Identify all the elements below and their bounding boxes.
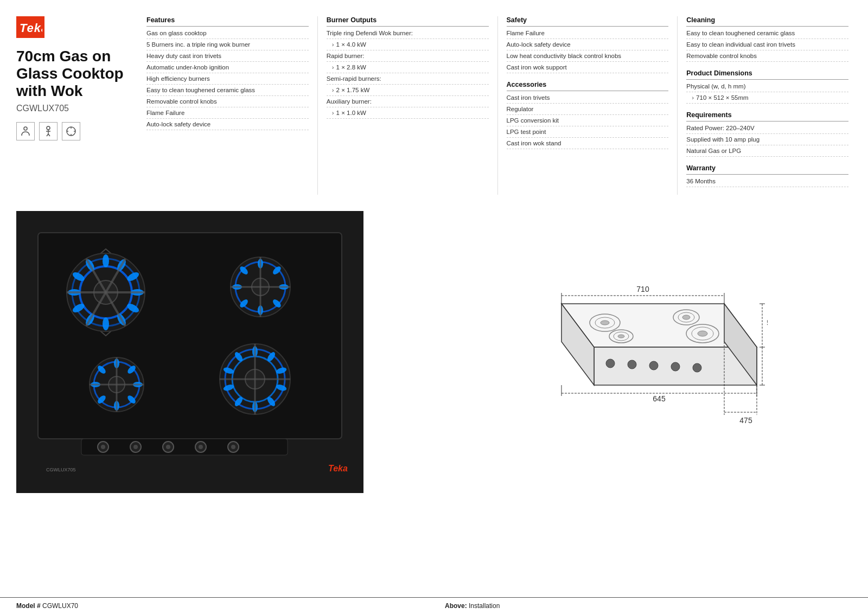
accessory-row: LPG test point <box>507 126 669 138</box>
burner-sub-row: › 1 × 2.8 kW <box>327 62 489 73</box>
dimensions-section: Product Dimensions Physical (w, d, h mm)… <box>686 69 848 104</box>
svg-point-80 <box>133 445 138 449</box>
svg-point-18 <box>103 254 109 267</box>
svg-text:512: 512 <box>767 318 768 327</box>
dimension-diagram: 710 512 55 645 <box>363 211 857 592</box>
svg-point-84 <box>199 445 203 449</box>
top-section: Teka 70cm Gas on Glass Cooktop with Wok … <box>0 0 868 206</box>
dimension-row: Physical (w, d, h mm) <box>686 81 848 92</box>
accessory-row: Cast iron trivets <box>507 92 669 104</box>
svg-text:710: 710 <box>636 285 649 293</box>
burner-outputs-section: Burner Outputs Triple ring Defendi Wok b… <box>327 16 489 119</box>
cleaning-title: Cleaning <box>686 16 848 27</box>
burner-row: Triple ring Defendi Wok burner: <box>327 28 489 39</box>
footer-caption: Above: Installation <box>423 602 852 610</box>
cleaning-row: Easy to clean individual cast iron trive… <box>686 39 848 50</box>
safety-section: Safety Flame Failure Auto-lock safety de… <box>507 16 669 73</box>
svg-text:CGWLUX705: CGWLUX705 <box>46 467 76 472</box>
left-panel: Teka 70cm Gas on Glass Cooktop with Wok … <box>16 16 146 195</box>
chef-icon <box>39 122 58 140</box>
energy-icon <box>62 122 80 140</box>
accessory-row: LPG conversion kit <box>507 115 669 126</box>
svg-point-105 <box>606 359 615 368</box>
burner-sub-row: › 1 × 4.0 kW <box>327 39 489 50</box>
accessory-row: Cast iron wok stand <box>507 138 669 149</box>
svg-text:475: 475 <box>739 416 752 425</box>
burner-sub-row: › 1 × 1.0 kW <box>327 107 489 119</box>
feature-row: Flame Failure <box>146 107 309 119</box>
features-title: Features <box>146 16 309 27</box>
burner-row: Rapid burner: <box>327 50 489 62</box>
svg-text:645: 645 <box>653 394 666 403</box>
svg-text:Teka: Teka <box>328 464 348 473</box>
svg-point-95 <box>601 321 609 325</box>
cleaning-row: Removable control knobs <box>686 50 848 62</box>
burner-row: Auxiliary burner: <box>327 96 489 107</box>
requirements-section: Requirements Rated Power: 220–240V Suppl… <box>686 111 848 157</box>
feature-row: Auto-lock safety device <box>146 119 309 130</box>
logo-text: Teka <box>18 19 42 36</box>
safety-column: Safety Flame Failure Auto-lock safety de… <box>497 16 678 195</box>
feature-row: Gas on glass cooktop <box>146 28 309 39</box>
svg-point-86 <box>231 445 235 449</box>
svg-point-2 <box>47 126 50 130</box>
requirements-title: Requirements <box>686 111 848 121</box>
caption-label: Above: <box>445 602 467 610</box>
icon-row <box>16 122 136 140</box>
product-photo: Teka CGWLUX705 <box>16 211 363 493</box>
svg-line-6 <box>48 134 50 136</box>
feature-row: Removable control knobs <box>146 96 309 107</box>
safety-row: Flame Failure <box>507 28 669 39</box>
burner-outputs-column: Burner Outputs Triple ring Defendi Wok b… <box>317 16 497 195</box>
svg-point-107 <box>649 361 658 370</box>
svg-point-109 <box>693 363 701 372</box>
accessories-title: Accessories <box>507 81 669 91</box>
footer-model: Model # CGWLUX70 <box>16 602 423 610</box>
svg-point-82 <box>166 445 170 449</box>
features-column: Features Gas on glass cooktop 5 Burners … <box>146 16 317 195</box>
svg-point-98 <box>682 315 690 319</box>
svg-point-101 <box>618 335 624 338</box>
feature-row: Easy to clean toughened ceramic glass <box>146 85 309 96</box>
svg-point-108 <box>671 362 680 371</box>
feature-row: High efficiency burners <box>146 73 309 85</box>
burner-outputs-title: Burner Outputs <box>327 16 489 27</box>
person-icon <box>16 122 35 140</box>
burner-row: Semi-rapid burners: <box>327 73 489 85</box>
svg-point-104 <box>698 331 707 336</box>
footer-bar: Model # CGWLUX70 Above: Installation <box>0 597 868 614</box>
brand-logo: Teka <box>16 16 44 38</box>
svg-point-24 <box>103 317 109 330</box>
page-wrapper: Teka 70cm Gas on Glass Cooktop with Wok … <box>0 0 868 614</box>
cleaning-section: Cleaning Easy to clean toughened ceramic… <box>686 16 848 62</box>
svg-rect-76 <box>81 439 288 455</box>
specs-area: Features Gas on glass cooktop 5 Burners … <box>146 16 857 195</box>
model-label: Model # <box>16 602 41 610</box>
feature-row: 5 Burners inc. a triple ring wok burner <box>146 39 309 50</box>
svg-text:Teka: Teka <box>20 21 42 34</box>
features-section: Features Gas on glass cooktop 5 Burners … <box>146 16 309 130</box>
safety-row: Auto-lock safety device <box>507 39 669 50</box>
feature-row: Heavy duty cast iron trivets <box>146 50 309 62</box>
dimensions-title: Product Dimensions <box>686 69 848 80</box>
feature-row: Automatic under-knob ignition <box>146 62 309 73</box>
accessory-row: Regulator <box>507 104 669 115</box>
requirement-row: Natural Gas or LPG <box>686 145 848 157</box>
safety-row: Low heat conductivity black control knob… <box>507 50 669 62</box>
warranty-row: 36 Months <box>686 176 848 187</box>
safety-title: Safety <box>507 16 669 27</box>
svg-point-78 <box>101 445 105 449</box>
burner-sub-row: › 2 × 1.75 kW <box>327 85 489 96</box>
requirement-row: Rated Power: 220–240V <box>686 123 848 134</box>
warranty-section: Warranty 36 Months <box>686 164 848 187</box>
safety-row: Cast iron wok support <box>507 62 669 73</box>
caption-text: Installation <box>469 602 500 610</box>
svg-point-1 <box>24 127 27 130</box>
svg-point-106 <box>628 360 636 369</box>
cleaning-row: Easy to clean toughened ceramic glass <box>686 28 848 39</box>
accessories-section: Accessories Cast iron trivets Regulator … <box>507 81 669 149</box>
bottom-section: Teka CGWLUX705 <box>0 206 868 597</box>
warranty-title: Warranty <box>686 164 848 175</box>
requirement-row: Supplied with 10 amp plug <box>686 134 848 145</box>
model-value: CGWLUX70 <box>42 602 78 610</box>
